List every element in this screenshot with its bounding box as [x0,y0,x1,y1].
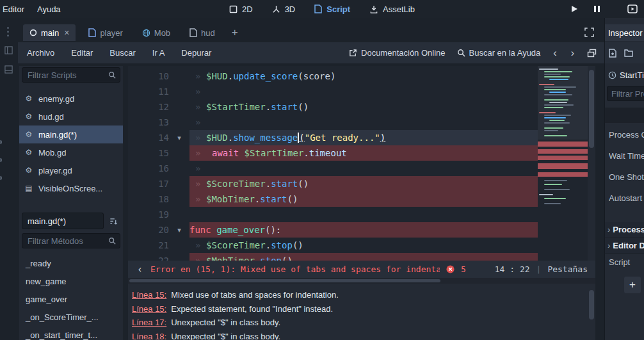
code-line[interactable]: 22»$MobTimer.stop() [128,253,595,261]
run-controls [570,0,638,18]
script-list-item[interactable]: ⚙player.gd [19,161,123,179]
script-list-item[interactable]: ⚙main.gd(*) [19,125,123,143]
method-list-item[interactable]: new_game [19,272,123,290]
menu-buscar[interactable]: Buscar [109,48,135,58]
script-list-item[interactable]: ⚙enemy.gd [19,90,123,108]
pause-button[interactable] [593,5,600,13]
current-script-name[interactable]: main.gd(*) [22,213,104,229]
method-list-item[interactable]: _on_start_timer_t... [19,326,123,340]
code-line[interactable]: 18»$MobTimer.start() [128,191,595,207]
inspector-property-label[interactable]: One Shot [609,172,644,185]
tab-mob[interactable]: Mob [136,24,177,41]
error-count[interactable]: 5 [461,264,466,274]
tab-indent-marker: » [189,176,206,191]
new-resource-icon[interactable] [609,49,616,58]
error-row[interactable]: Línea 15:Mixed use of tabs and spaces fo… [132,288,339,302]
add-metadata-button[interactable]: + [624,277,641,293]
indent-mode[interactable]: Pestañas [547,264,588,274]
error-row[interactable]: Línea 18:Unexpected "$" in class body. [132,330,280,340]
close-icon[interactable]: × [64,28,69,38]
search-help-button[interactable]: Buscar en la Ayuda [457,48,541,58]
code-line[interactable]: 15»await $StartTimer.timeout [128,145,595,161]
error-scroll-left-icon[interactable]: ‹ [136,264,144,275]
sort-methods-icon[interactable] [106,214,120,228]
play-button[interactable] [570,5,578,13]
new-script-tab-button[interactable]: + [228,26,242,39]
scrollbar-thumb[interactable] [589,290,594,320]
scrollbar-thumb[interactable] [129,279,440,282]
horizontal-scrollbar[interactable] [128,278,595,284]
code-line[interactable]: 12»$StartTimer.start() [128,99,595,115]
filter-scripts-input[interactable] [22,67,120,83]
dock-signal-icon[interactable] [0,156,4,164]
inspector-category-bar[interactable] [605,108,644,123]
menu-ir-a[interactable]: Ir A [152,48,165,58]
errors-scrollbar[interactable] [589,286,594,337]
edited-object-row[interactable]: StartTimer [605,67,644,83]
dock-panel-bottom-icon[interactable] [4,65,13,74]
status-error-message[interactable]: Error en (15, 1): Mixed use of tabs and … [150,264,440,274]
inspector-section-header[interactable]: ›Editor Description [605,238,644,254]
filter-properties-input[interactable] [607,86,644,101]
code-line[interactable]: 11» [128,84,595,99]
line-text: » [189,161,538,176]
tab-main[interactable]: main × [23,24,76,41]
inspector-property-label[interactable]: Autostart [609,193,644,206]
script-list-item[interactable]: ⚙hud.gd [19,108,123,125]
tab-inspector[interactable]: Inspector [605,24,644,41]
method-list-item[interactable]: _on_ScoreTimer_... [19,308,123,326]
menu-ayuda[interactable]: Ayuda [31,4,67,14]
dock-signal-icon[interactable] [0,174,4,182]
error-line-link[interactable]: Línea 18: [132,332,166,340]
history-forward-icon[interactable]: › [570,47,576,59]
script-list-item[interactable]: ⚙Mob.gd [19,143,123,161]
method-list-item[interactable]: _ready [19,254,123,272]
fold-arrow-icon[interactable]: ▾ [169,134,189,142]
workspace-2d-button[interactable]: 2D [229,4,253,14]
fold-arrow-icon[interactable]: ▾ [169,226,189,234]
load-resource-folder-icon[interactable] [624,49,633,57]
workspace-script-button[interactable]: Script [314,4,350,14]
menu-archivo[interactable]: Archivo [27,48,54,58]
dock-signal-icon[interactable] [0,138,4,146]
menu-depurar[interactable]: Depurar [181,48,211,58]
tab-hud[interactable]: hud [183,24,221,41]
error-line-link[interactable]: Línea 17: [132,318,166,327]
code-line[interactable]: 13» [128,115,595,130]
error-badge-icon[interactable] [446,265,455,273]
code-editor[interactable]: 10»$HUD.update_score(score)11»12»$StartT… [128,66,595,261]
menu-editor[interactable]: Editor [0,4,31,14]
code-line[interactable]: 14▾»$HUD.show_message("Get ready...") [128,130,595,145]
code-line[interactable]: 10»$HUD.update_score(score) [128,69,595,84]
inspector-property-label[interactable]: Process Callback [609,130,644,143]
dock-panel-left-icon[interactable] [4,46,13,54]
menu-editar[interactable]: Editar [71,48,93,58]
workspace-3d-button[interactable]: 3D [272,4,296,14]
method-list-item[interactable]: game_over [19,290,123,308]
code-line[interactable]: 20▾func game_over(): [128,222,595,238]
history-back-icon[interactable]: ‹ [552,47,558,59]
movie-mode-button[interactable] [627,4,638,13]
code-line[interactable]: 19 [128,207,595,222]
filter-methods-input[interactable] [22,233,120,248]
code-line[interactable]: 16» [128,161,595,176]
script-property-label[interactable]: Script [609,257,644,267]
vertical-scrollbar[interactable] [588,66,595,261]
inspector-property-label[interactable]: Wait Time [609,151,644,164]
float-panel-icon[interactable] [587,49,597,58]
online-docs-button[interactable]: Documentación Online [349,48,446,58]
error-line-link[interactable]: Línea 15: [132,290,166,300]
code-line[interactable]: 17»$ScoreTimer.start() [128,176,595,191]
workspace-assetlib-button[interactable]: AssetLib [369,4,415,14]
dock-grip-icon[interactable] [7,27,9,36]
code-minimap[interactable] [538,66,588,261]
error-row[interactable]: Línea 17:Unexpected "$" in class body. [132,316,280,329]
script-list-item[interactable]: ▤VisibleOnScree... [19,179,123,197]
code-line[interactable]: 21»$ScoreTimer.stop() [128,238,595,253]
scrollbar-thumb[interactable] [589,70,594,148]
inspector-section-header[interactable]: ›Process [605,222,644,238]
error-row[interactable]: Línea 15:Expected statement, found "Inde… [132,302,333,316]
error-line-link[interactable]: Línea 15: [132,304,166,314]
tab-player[interactable]: player [82,24,129,41]
fullscreen-icon[interactable] [584,28,594,37]
